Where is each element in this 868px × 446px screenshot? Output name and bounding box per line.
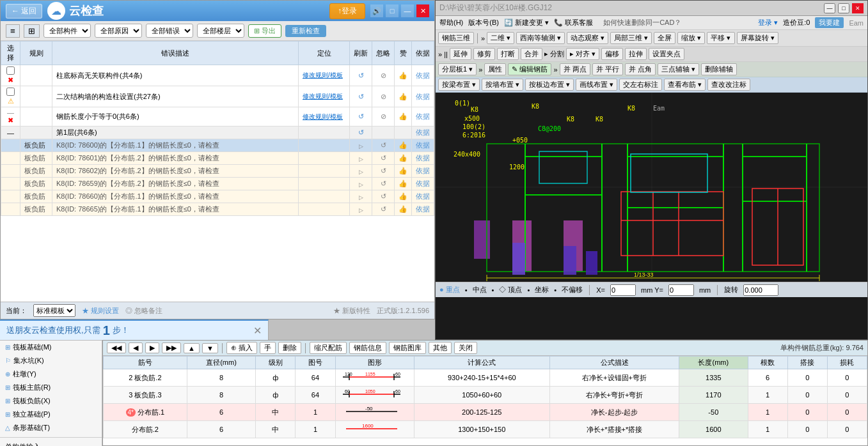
floor-filter[interactable]: 全部楼层	[197, 24, 244, 38]
next-button[interactable]: ▶	[145, 342, 159, 353]
locate-icon[interactable]: ▷	[359, 169, 363, 175]
locate-icon[interactable]: ▷	[359, 194, 363, 201]
rotate-screen-button[interactable]: 屏幕旋转 ▾	[737, 32, 778, 44]
refresh-icon[interactable]: ↺	[381, 154, 386, 162]
refresh-icon[interactable]: ↺	[381, 180, 386, 187]
by-beam-button[interactable]: 按梁布置 ▾	[438, 79, 480, 91]
refresh-icon[interactable]: ↺	[381, 205, 386, 213]
3d-rebar-button[interactable]: 钢筋三维	[438, 32, 474, 44]
table-row[interactable]: 板负筋 K8(ID: 78660)的【分布筋.1】的钢筋长度≤0，请检查 ▷ ↺…	[1, 190, 434, 203]
table-row[interactable]: 板负筋 K8(ID: 78601)的【分布筋.2】的钢筋长度≤0，请检查 ▷ ↺…	[1, 152, 434, 165]
sound-button[interactable]: 🔊	[370, 4, 383, 17]
table-row[interactable]: 板负筋 K8(ID: 78600)的【分布筋.1】的钢筋长度≤0，请检查 ▷ ↺…	[1, 139, 434, 152]
menu-new-change[interactable]: 🔄 新建变更 ▾	[504, 18, 549, 27]
break-button[interactable]: 打断	[497, 48, 519, 60]
table-row[interactable]: 板负筋 K8(ID: 78659)的【分布筋.2】的钢筋长度≤0，请检查 ▷ ↺…	[1, 178, 434, 190]
cad-restore-button[interactable]: □	[838, 3, 849, 13]
merge-button[interactable]: 合并	[521, 48, 542, 60]
template-select[interactable]: 标准模板	[33, 304, 75, 317]
like-icon[interactable]: 👍	[398, 192, 407, 200]
rule-settings-btn[interactable]: ★ 规则设置	[82, 306, 119, 316]
list-view-button[interactable]: ≡	[6, 24, 20, 38]
menu-help[interactable]: 帮助(H)	[439, 18, 463, 27]
rebar-info-button[interactable]: 钢筋信息	[349, 342, 386, 354]
basis-link[interactable]: 依据	[416, 180, 430, 187]
like-icon[interactable]: 👍	[398, 112, 407, 120]
row-checkbox[interactable]	[6, 66, 15, 75]
close-button[interactable]: ✕	[416, 4, 429, 17]
basis-link[interactable]: 依据	[416, 141, 430, 149]
down-button[interactable]: ▼	[202, 343, 218, 353]
prev-button[interactable]: ◀	[129, 342, 143, 353]
ignore-icon[interactable]: ⊘	[381, 93, 386, 100]
ignore-icon[interactable]: ⊘	[381, 72, 386, 79]
setpoint-button[interactable]: 设置夹点	[649, 48, 684, 60]
back-button[interactable]: ← 返回	[6, 4, 42, 19]
pan-button[interactable]: 平移 ▾	[707, 32, 734, 44]
basis-link[interactable]: 依据	[416, 167, 430, 174]
like-icon[interactable]: 👍	[398, 180, 407, 187]
coord-btn[interactable]: 坐标	[535, 285, 549, 295]
by-wall-button[interactable]: 按墙布置 ▾	[482, 79, 523, 91]
locate-icon[interactable]: ▷	[359, 207, 363, 213]
other-button[interactable]: 其他	[429, 342, 452, 354]
error-filter[interactable]: 全部错误	[146, 24, 193, 38]
by-edge-button[interactable]: 按板边布置 ▾	[525, 79, 574, 91]
reason-filter[interactable]: 全部原因	[95, 24, 142, 38]
ignore-notes-btn[interactable]: ◎ 忽略备注	[125, 306, 162, 316]
fullscreen-button[interactable]: 全屏	[654, 32, 675, 44]
fix-link[interactable]: 修改规则/模板	[303, 72, 343, 79]
table-row[interactable]: ✖ 柱底标高无关联构件(共4条) 修改规则/模板 ↺ ⊘ 👍 依据	[1, 65, 434, 86]
prop-button[interactable]: 属性	[484, 63, 506, 75]
table-row[interactable]: 4* 分布筋.1 6 中 1 -50 200-125-125 净长-起步-起步 …	[104, 404, 867, 421]
snap-point-btn[interactable]: ● 重点	[439, 285, 460, 295]
three-point-button[interactable]: 三点辅轴 ▾	[658, 63, 699, 75]
grid-view-button[interactable]: ⊞	[24, 24, 40, 38]
y-input[interactable]	[668, 284, 694, 296]
minimize-button[interactable]: —	[401, 4, 414, 17]
row-checkbox[interactable]	[6, 88, 15, 96]
table-row[interactable]: 板负筋 K8(ID: 78665)的【分布筋.1】的钢筋长度≤0，请检查 ▷ ↺…	[1, 203, 434, 216]
like-icon[interactable]: 👍	[398, 154, 407, 162]
nav-item-strip-foundation[interactable]: △ 条形基础(T)	[0, 421, 102, 434]
new-feature-btn[interactable]: ★ 新版特性	[333, 306, 370, 316]
insert-button[interactable]: ⊕ 插入	[226, 342, 257, 354]
trim-button[interactable]: 修剪	[473, 48, 495, 60]
like-icon[interactable]: 👍	[398, 205, 407, 213]
price-btn[interactable]: 造价豆:0	[783, 18, 810, 27]
nav-item-single-input[interactable]: 单构件输入	[0, 440, 102, 446]
first-page-button[interactable]: ◀◀	[107, 342, 126, 353]
midpoint-btn[interactable]: 中点	[473, 285, 487, 295]
export-button[interactable]: ⊞ 导出	[248, 24, 281, 38]
close-table-button[interactable]: 关闭	[454, 342, 477, 354]
table-row[interactable]: 板负筋 K8(ID: 78602)的【分布筋.2】的钢筋长度≤0，请检查 ▷ ↺…	[1, 165, 434, 178]
no-offset-btn[interactable]: 不偏移	[562, 285, 583, 295]
layer-select[interactable]: 分层板1 ▾	[438, 63, 477, 75]
build-btn[interactable]: 我要建	[815, 17, 844, 28]
refresh-icon[interactable]: ↺	[358, 128, 364, 136]
basis-link[interactable]: 依据	[416, 72, 430, 79]
ignore-icon[interactable]: ⊘	[381, 112, 386, 120]
locate-icon[interactable]: ▷	[359, 181, 363, 188]
scale-rebar-button[interactable]: 缩尺配筋	[310, 342, 347, 354]
nav-item-main-rebar[interactable]: ⊞ 筏板主筋(R)	[0, 381, 102, 394]
cad-login-btn[interactable]: 登录 ▾	[758, 18, 778, 27]
up-button[interactable]: ▲	[184, 343, 200, 353]
parallel-button[interactable]: 并 平行	[592, 63, 623, 75]
zoom-button[interactable]: 缩放 ▾	[677, 32, 705, 44]
nav-item-raft-foundation[interactable]: ⊞ 筏板基础(M)	[0, 341, 102, 354]
rebar-lib-button[interactable]: 钢筋图库	[389, 342, 426, 354]
basis-link[interactable]: 依据	[416, 93, 430, 100]
extend-button[interactable]: 延伸	[450, 48, 471, 60]
table-row[interactable]: 3 板负筋.3 8 ф 64 60 1050 60	[104, 387, 867, 404]
component-filter[interactable]: 全部构件	[43, 24, 91, 38]
like-icon[interactable]: 👍	[398, 141, 407, 149]
modify-mark-button[interactable]: 查改改注标	[707, 79, 750, 91]
last-page-button[interactable]: ▶▶	[162, 342, 181, 353]
point-angle-button[interactable]: 并 点角	[625, 63, 656, 75]
like-icon[interactable]: 👍	[398, 93, 407, 100]
cross-mark-button[interactable]: 交左右标注	[619, 79, 662, 91]
del-aux-button[interactable]: 删除辅轴	[701, 63, 737, 75]
dynamic-button[interactable]: 动态观察 ▾	[567, 32, 608, 44]
local-3d-button[interactable]: 局部三维 ▾	[610, 32, 652, 44]
